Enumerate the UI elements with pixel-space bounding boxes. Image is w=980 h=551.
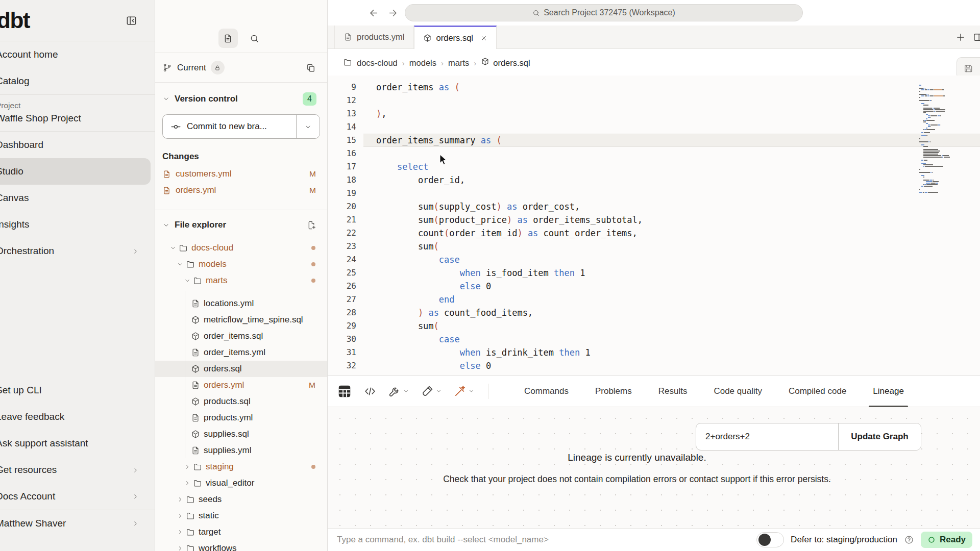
build-tools-button[interactable] bbox=[388, 385, 409, 398]
changed-file-orders-yml[interactable]: orders.ymlM bbox=[162, 182, 320, 198]
chevron-right-icon bbox=[184, 480, 191, 487]
editor-tab-orders-sql[interactable]: orders.sql bbox=[414, 26, 497, 49]
commit-button[interactable]: Commit to new bra... bbox=[162, 114, 320, 139]
forward-arrow-icon[interactable] bbox=[387, 8, 398, 18]
sidebar-spacer bbox=[0, 264, 155, 377]
search-project-bar[interactable]: Search Project 372475 (Workspace) bbox=[405, 4, 803, 21]
tree-item-supplies-sql[interactable]: supplies.sql bbox=[155, 426, 327, 442]
tree-item-supplies-yml[interactable]: supplies.yml bbox=[155, 442, 327, 459]
tree-item-workflows[interactable]: workflows bbox=[155, 540, 327, 551]
chevron-down-icon bbox=[177, 261, 184, 268]
tree-item-products-yml[interactable]: products.yml bbox=[155, 410, 327, 426]
lock-icon bbox=[214, 64, 221, 71]
modified-dot bbox=[311, 465, 315, 469]
sidebar-item-ask-support-assistant[interactable]: Ask support assistant bbox=[0, 430, 155, 457]
file-explorer-header[interactable]: File explorer bbox=[155, 210, 327, 240]
tree-item-docs-cloud[interactable]: docs-cloud bbox=[155, 240, 327, 256]
results-table-button[interactable] bbox=[337, 384, 352, 399]
tree-item-products-sql[interactable]: products.sql bbox=[155, 393, 327, 410]
line-text bbox=[363, 147, 980, 160]
tree-item-orders-yml[interactable]: orders.ymlM bbox=[155, 377, 327, 393]
tree-item-metricflow-time-spine-sql[interactable]: metricflow_time_spine.sql bbox=[155, 312, 327, 328]
panel-layout-icon[interactable] bbox=[973, 32, 980, 42]
copilot-button[interactable] bbox=[453, 385, 475, 398]
help-icon[interactable] bbox=[904, 535, 914, 545]
search-icon bbox=[532, 9, 540, 17]
tree-item-target[interactable]: target bbox=[155, 524, 327, 540]
sidebar-item-label: Get resources bbox=[0, 464, 57, 475]
line-text: sum(product_price) as order_items_subtot… bbox=[363, 213, 980, 227]
sidebar-item-docs-account[interactable]: Docs Account bbox=[0, 483, 155, 510]
dbt-logo: dbt bbox=[0, 8, 30, 33]
panel-tab-lineage[interactable]: Lineage bbox=[873, 375, 904, 407]
tree-item-models[interactable]: models bbox=[155, 256, 327, 272]
update-graph-button[interactable]: Update Graph bbox=[838, 423, 921, 450]
branch-name: Current bbox=[177, 63, 206, 73]
panel-tab-problems[interactable]: Problems bbox=[595, 375, 632, 407]
code-editor[interactable]: 9order_items as (1213),1415order_items_s… bbox=[328, 76, 980, 375]
wrench-icon bbox=[388, 385, 401, 398]
changed-file-customers-yml[interactable]: customers.ymlM bbox=[162, 166, 320, 182]
tree-item-locations-sql[interactable]: locations.sql bbox=[155, 289, 327, 295]
modified-badge: M bbox=[309, 186, 316, 195]
tree-item-static[interactable]: static bbox=[155, 508, 327, 524]
sidebar-item-label: Orchestration bbox=[0, 245, 54, 257]
copy-icon[interactable] bbox=[306, 63, 316, 73]
search-files-button[interactable] bbox=[245, 29, 264, 48]
defer-toggle[interactable] bbox=[756, 532, 784, 547]
new-file-icon[interactable] bbox=[307, 220, 316, 230]
breadcrumb-docs-cloud[interactable]: docs-cloud bbox=[357, 58, 398, 67]
version-control-header[interactable]: Version control 4 bbox=[155, 83, 327, 114]
tree-item-seeds[interactable]: seeds bbox=[155, 491, 327, 508]
tree-item-marts[interactable]: marts bbox=[155, 272, 327, 289]
sidebar-item-canvas[interactable]: Canvas bbox=[0, 185, 155, 211]
sidebar-item-leave-feedback[interactable]: Leave feedback bbox=[0, 404, 155, 430]
breadcrumb-separator: › bbox=[402, 59, 405, 67]
editor-minimap[interactable] bbox=[919, 85, 963, 193]
lineage-selector-input[interactable] bbox=[696, 423, 838, 450]
sidebar-item-account-home[interactable]: Account home bbox=[0, 41, 155, 68]
tree-item-staging[interactable]: staging bbox=[155, 459, 327, 475]
panel-tab-compiled-code[interactable]: Compiled code bbox=[789, 375, 846, 407]
tree-item-order-items-yml[interactable]: order_items.yml bbox=[155, 344, 327, 361]
close-icon[interactable] bbox=[480, 35, 487, 42]
folder-icon bbox=[193, 479, 202, 488]
browser-chrome: Search Project 372475 (Workspace) bbox=[328, 0, 980, 26]
model-cube-icon bbox=[191, 430, 200, 439]
commit-options-button[interactable] bbox=[296, 115, 320, 138]
sidebar-item-get-resources[interactable]: Get resources bbox=[0, 457, 155, 483]
editor-tab-products-yml[interactable]: products.yml bbox=[334, 26, 414, 48]
panel-tab-commands[interactable]: Commands bbox=[524, 375, 569, 407]
panel-tab-code-quality[interactable]: Code quality bbox=[714, 375, 762, 407]
sidebar-item-catalog[interactable]: Catalog bbox=[0, 68, 155, 94]
tree-item-orders-sql[interactable]: orders.sql bbox=[155, 361, 327, 377]
tree-item-locations-yml[interactable]: locations.yml bbox=[155, 295, 327, 312]
sidebar-item-dashboard[interactable]: Dashboard bbox=[0, 132, 155, 158]
project-switcher[interactable]: Project Waffle Shop Project bbox=[0, 95, 155, 132]
panel-tab-results[interactable]: Results bbox=[658, 375, 688, 407]
breadcrumb-marts[interactable]: marts bbox=[448, 58, 469, 67]
new-tab-plus-icon[interactable] bbox=[955, 32, 966, 42]
file-icon bbox=[191, 299, 200, 308]
lineage-error-detail: Check that your project does not contain… bbox=[328, 474, 946, 485]
modified-dot bbox=[311, 279, 315, 283]
sidebar-item-insights[interactable]: Insights bbox=[0, 211, 155, 238]
sidebar-item-studio[interactable]: Studio bbox=[0, 158, 151, 185]
format-button[interactable] bbox=[421, 385, 442, 398]
tree-item-name: products.sql bbox=[204, 396, 251, 407]
back-arrow-icon[interactable] bbox=[369, 8, 379, 18]
line-number: 15 bbox=[328, 134, 363, 147]
branch-row[interactable]: Current bbox=[155, 53, 327, 83]
tree-item-order-items-sql[interactable]: order_items.sql bbox=[155, 328, 327, 344]
sidebar-item-label: Ask support assistant bbox=[0, 438, 88, 449]
breadcrumb-models[interactable]: models bbox=[409, 58, 436, 67]
code-view-button[interactable] bbox=[363, 385, 377, 398]
collapse-sidebar-icon[interactable] bbox=[126, 15, 137, 27]
sidebar-item-set-up-cli[interactable]: Set up CLI bbox=[0, 377, 155, 404]
branch-lock-chip bbox=[211, 61, 225, 74]
files-view-button[interactable] bbox=[218, 29, 238, 48]
tree-item-visual-editor[interactable]: visual_editor bbox=[155, 475, 327, 491]
command-bar[interactable]: Type a command, ex. dbt build --select <… bbox=[328, 528, 980, 551]
user-menu[interactable]: Matthew Shaver bbox=[0, 510, 155, 537]
sidebar-item-orchestration[interactable]: Orchestration bbox=[0, 238, 155, 264]
